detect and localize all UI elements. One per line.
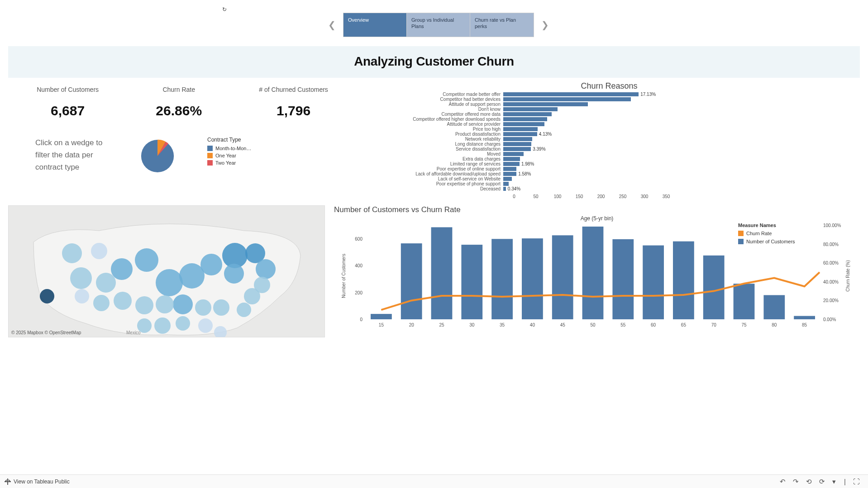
- reasons-row[interactable]: Service dissatisfaction3.39%: [503, 147, 860, 152]
- kpi-value: 26.86%: [156, 103, 202, 118]
- reasons-bar: [503, 157, 520, 161]
- svg-text:20: 20: [409, 322, 415, 327]
- reasons-row[interactable]: Don't know: [503, 107, 860, 112]
- legend-item[interactable]: Month-to-Mon…: [207, 146, 251, 151]
- reasons-row[interactable]: Extra data charges: [503, 156, 860, 161]
- combo-bar[interactable]: [552, 235, 573, 319]
- reasons-row[interactable]: Lack of affordable download/upload speed…: [503, 171, 860, 176]
- combo-bar[interactable]: [703, 256, 725, 319]
- map-bubble[interactable]: [156, 295, 174, 313]
- combo-bar[interactable]: [461, 245, 482, 319]
- combo-bar[interactable]: [491, 239, 513, 319]
- refresh-icon[interactable]: ↻: [222, 6, 227, 13]
- tab-overview[interactable]: Overview: [343, 13, 407, 37]
- combo-bar[interactable]: [763, 295, 785, 319]
- map-bubble[interactable]: [200, 254, 222, 275]
- combo-bar[interactable]: [582, 227, 604, 319]
- reasons-label: Limited range of services: [358, 161, 502, 166]
- svg-text:Measure Names: Measure Names: [738, 223, 776, 228]
- refresh-toolbar-icon[interactable]: ⟳: [819, 478, 825, 486]
- reasons-row[interactable]: Attitude of support person: [503, 102, 860, 107]
- tabs-prev[interactable]: ❮: [325, 19, 339, 30]
- tab-churn-vs-perks[interactable]: Churn rate vs Plan perks: [470, 13, 534, 37]
- legend-item[interactable]: Two Year: [207, 160, 251, 166]
- undo-icon[interactable]: ↶: [780, 478, 786, 486]
- contract-type-pie[interactable]: [138, 137, 177, 175]
- reasons-value-label: 1.58%: [518, 171, 531, 176]
- combo-bar[interactable]: [431, 227, 453, 319]
- redo-icon[interactable]: ↷: [793, 478, 799, 486]
- reasons-row[interactable]: Competitor had better devices: [503, 97, 860, 102]
- combo-bar[interactable]: [612, 239, 634, 319]
- map-bubble[interactable]: [195, 299, 211, 316]
- reasons-row[interactable]: Competitor offered higher download speed…: [503, 117, 860, 122]
- reasons-label: Deceased: [358, 186, 502, 191]
- customers-vs-churn-chart[interactable]: 02004006000.00%20.00%40.00%60.00%80.00%1…: [334, 223, 860, 329]
- churn-map[interactable]: © 2025 Mapbox © OpenStreetMap Mexico: [8, 205, 325, 337]
- map-bubble[interactable]: [256, 259, 276, 279]
- map-bubble[interactable]: [93, 295, 110, 311]
- combo-bar[interactable]: [734, 284, 755, 319]
- reasons-row[interactable]: Price too high: [503, 127, 860, 132]
- map-bubble[interactable]: [176, 316, 190, 331]
- tab-strip: ↻ ❮ Overview Group vs Individual Plans C…: [0, 0, 868, 37]
- reasons-row[interactable]: Long distance charges: [503, 142, 860, 147]
- combo-bar[interactable]: [643, 246, 664, 319]
- svg-text:0: 0: [360, 317, 362, 322]
- reasons-row[interactable]: Competitor made better offer17.13%: [503, 92, 860, 97]
- reasons-label: Attitude of support person: [358, 102, 502, 107]
- kpi-churn-rate: Churn Rate 26.86%: [156, 86, 202, 118]
- reasons-row[interactable]: Deceased0.34%: [503, 186, 860, 191]
- churn-reasons-chart[interactable]: Competitor made better offer17.13%Compet…: [358, 92, 860, 191]
- reasons-row[interactable]: Moved: [503, 152, 860, 156]
- svg-text:55: 55: [620, 322, 626, 327]
- reasons-row[interactable]: Competitor offered more data: [503, 112, 860, 117]
- map-bubble[interactable]: [62, 243, 82, 263]
- reasons-row[interactable]: Attitude of service provider: [503, 122, 860, 127]
- combo-bar[interactable]: [673, 242, 694, 319]
- revert-icon[interactable]: ⟲: [806, 478, 812, 486]
- combo-bar[interactable]: [522, 238, 543, 319]
- reasons-label: Network reliability: [358, 137, 502, 142]
- fullscreen-icon[interactable]: ⛶: [853, 478, 860, 485]
- legend-item[interactable]: One Year: [207, 153, 251, 158]
- map-bubble[interactable]: [156, 269, 183, 296]
- combo-bar[interactable]: [371, 314, 392, 319]
- map-bubble[interactable]: [114, 292, 132, 310]
- svg-text:80: 80: [772, 322, 777, 327]
- reasons-row[interactable]: Network reliability: [503, 137, 860, 142]
- tableau-icon: [5, 479, 11, 485]
- dropdown-icon[interactable]: ▾: [832, 478, 836, 486]
- combo-bar[interactable]: [794, 316, 815, 319]
- combo-legend: Measure NamesChurn RateNumber of Custome…: [738, 223, 795, 244]
- reasons-row[interactable]: Product dissatisfaction4.13%: [503, 132, 860, 137]
- reasons-row[interactable]: Poor expertise of phone support: [503, 181, 860, 186]
- reasons-bar: 4.13%: [503, 132, 537, 136]
- tab-group-vs-individual[interactable]: Group vs Individual Plans: [407, 13, 470, 37]
- map-bubble[interactable]: [135, 248, 158, 272]
- map-bubble[interactable]: [179, 263, 205, 289]
- reasons-row[interactable]: Poor expertise of online support: [503, 166, 860, 171]
- map-bubble[interactable]: [244, 288, 260, 304]
- map-bubble[interactable]: [135, 296, 153, 314]
- map-bubble[interactable]: [75, 289, 89, 303]
- map-bubble[interactable]: [154, 317, 171, 334]
- svg-text:Churn Rate: Churn Rate: [746, 231, 772, 236]
- map-bubble[interactable]: [173, 294, 193, 314]
- view-on-public-link[interactable]: View on Tableau Public: [14, 479, 70, 485]
- map-bubble[interactable]: [111, 258, 133, 280]
- reasons-label: Service dissatisfaction: [358, 147, 502, 152]
- map-bubble[interactable]: [40, 289, 54, 303]
- reasons-row[interactable]: Lack of self-service on Website: [503, 176, 860, 181]
- reasons-row[interactable]: Limited range of services1.98%: [503, 161, 860, 166]
- map-bubble[interactable]: [91, 243, 107, 259]
- map-bubble[interactable]: [70, 267, 92, 289]
- reasons-bar: [503, 107, 558, 111]
- map-bubble[interactable]: [198, 318, 213, 333]
- map-bubble[interactable]: [96, 273, 116, 293]
- combo-bar[interactable]: [401, 243, 422, 319]
- tabs-next[interactable]: ❯: [539, 19, 552, 30]
- map-bubble[interactable]: [237, 303, 251, 317]
- map-bubble[interactable]: [224, 264, 244, 284]
- map-bubble[interactable]: [213, 299, 229, 316]
